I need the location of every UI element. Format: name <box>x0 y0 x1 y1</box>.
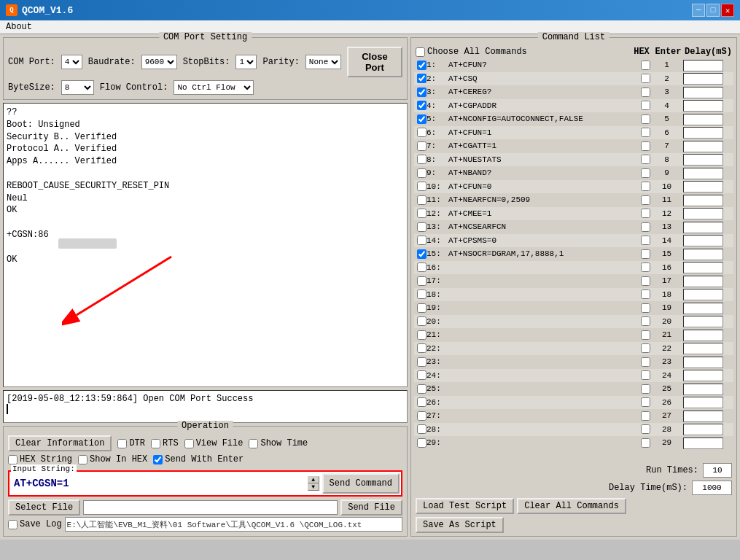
cmd-checkbox-13[interactable] <box>417 222 427 232</box>
clear-all-commands-button[interactable]: Clear All Commands <box>517 498 626 514</box>
cmd-checkbox-7[interactable] <box>417 141 427 151</box>
cmd-checkbox-14[interactable] <box>417 236 427 245</box>
run-times-input[interactable] <box>703 463 732 478</box>
cmd-hex-checkbox-20[interactable] <box>641 316 650 326</box>
cmd-checkbox-18[interactable] <box>417 289 427 299</box>
cmd-checkbox-1[interactable] <box>417 61 427 70</box>
cmd-hex-checkbox-8[interactable] <box>641 155 650 164</box>
cmd-delay-input-1[interactable] <box>683 60 723 71</box>
cmd-delay-input-2[interactable] <box>683 73 723 85</box>
cmd-hex-checkbox-26[interactable] <box>641 397 650 407</box>
cmd-delay-input-3[interactable] <box>683 87 723 98</box>
cmd-delay-input-25[interactable] <box>683 384 723 395</box>
spinner-up[interactable]: ▲ <box>308 476 319 483</box>
cmd-hex-checkbox-9[interactable] <box>641 168 650 178</box>
cmd-hex-checkbox-29[interactable] <box>641 438 650 448</box>
send-with-enter-checkbox[interactable] <box>153 455 163 464</box>
cmd-delay-input-8[interactable] <box>683 154 723 166</box>
cmd-delay-input-24[interactable] <box>683 370 723 381</box>
cmd-checkbox-20[interactable] <box>417 316 427 326</box>
cmd-checkbox-3[interactable] <box>417 88 427 97</box>
cmd-checkbox-26[interactable] <box>417 397 427 407</box>
cmd-hex-checkbox-14[interactable] <box>641 236 650 245</box>
cmd-hex-checkbox-4[interactable] <box>641 101 650 110</box>
dtr-checkbox[interactable] <box>117 439 127 448</box>
cmd-hex-checkbox-24[interactable] <box>641 370 650 380</box>
cmd-checkbox-22[interactable] <box>417 343 427 353</box>
cmd-checkbox-27[interactable] <box>417 411 427 421</box>
cmd-checkbox-4[interactable] <box>417 101 427 110</box>
cmd-hex-checkbox-18[interactable] <box>641 289 650 299</box>
cmd-checkbox-15[interactable] <box>417 249 427 259</box>
cmd-hex-checkbox-27[interactable] <box>641 411 650 421</box>
cmd-delay-input-13[interactable] <box>683 222 723 233</box>
choose-all-checkbox[interactable] <box>416 47 425 57</box>
cmd-checkbox-24[interactable] <box>417 370 427 380</box>
cmd-delay-input-4[interactable] <box>683 100 723 112</box>
cmd-delay-input-7[interactable] <box>683 141 723 152</box>
clear-information-button[interactable]: Clear Information <box>8 435 112 451</box>
send-command-button[interactable]: Send Command <box>322 473 400 494</box>
select-file-button[interactable]: Select File <box>8 499 80 516</box>
cmd-hex-checkbox-13[interactable] <box>641 222 650 232</box>
cmd-hex-checkbox-23[interactable] <box>641 357 650 367</box>
cmd-hex-checkbox-12[interactable] <box>641 209 650 218</box>
cmd-checkbox-5[interactable] <box>417 114 427 124</box>
show-time-checkbox[interactable] <box>249 439 258 448</box>
cmd-hex-checkbox-1[interactable] <box>641 61 650 70</box>
cmd-checkbox-19[interactable] <box>417 303 427 313</box>
hex-string-checkbox[interactable] <box>8 455 17 464</box>
show-in-hex-checkbox[interactable] <box>78 455 87 464</box>
maximize-button[interactable]: □ <box>706 4 720 17</box>
cmd-hex-checkbox-25[interactable] <box>641 384 650 394</box>
cmd-hex-checkbox-11[interactable] <box>641 195 650 205</box>
cmd-checkbox-12[interactable] <box>417 209 427 218</box>
cmd-delay-input-10[interactable] <box>683 181 723 192</box>
bytesize-select[interactable]: 8 <box>61 80 94 95</box>
save-as-script-button[interactable]: Save As Script <box>416 517 504 533</box>
send-file-button[interactable]: Send File <box>340 499 402 516</box>
cmd-checkbox-16[interactable] <box>417 262 427 272</box>
cmd-checkbox-11[interactable] <box>417 195 427 205</box>
cmd-delay-input-6[interactable] <box>683 127 723 139</box>
cmd-checkbox-8[interactable] <box>417 155 427 164</box>
cmd-hex-checkbox-15[interactable] <box>641 249 650 259</box>
load-test-script-button[interactable]: Load Test Script <box>416 498 514 514</box>
cmd-checkbox-9[interactable] <box>417 168 427 178</box>
cmd-hex-checkbox-21[interactable] <box>641 330 650 340</box>
cmd-delay-input-17[interactable] <box>683 276 723 287</box>
cmd-hex-checkbox-5[interactable] <box>641 114 650 124</box>
cmd-checkbox-29[interactable] <box>417 438 427 448</box>
close-port-button[interactable]: Close Port <box>347 47 402 77</box>
cmd-checkbox-23[interactable] <box>417 357 427 367</box>
delay-time-input[interactable] <box>692 481 732 495</box>
rts-checkbox[interactable] <box>151 439 160 448</box>
close-button[interactable]: ✕ <box>721 4 734 17</box>
cmd-delay-input-14[interactable] <box>683 235 723 246</box>
cmd-delay-input-15[interactable] <box>683 249 723 260</box>
cmd-checkbox-6[interactable] <box>417 128 427 137</box>
cmd-delay-input-27[interactable] <box>683 411 723 422</box>
cmd-checkbox-17[interactable] <box>417 276 427 286</box>
cmd-checkbox-21[interactable] <box>417 330 427 340</box>
cmd-delay-input-11[interactable] <box>683 195 723 206</box>
cmd-hex-checkbox-17[interactable] <box>641 276 650 286</box>
cmd-delay-input-28[interactable] <box>683 424 723 435</box>
view-file-checkbox[interactable] <box>184 439 194 448</box>
cmd-hex-checkbox-3[interactable] <box>641 88 650 97</box>
parity-select[interactable]: None <box>305 55 341 69</box>
cmd-checkbox-10[interactable] <box>417 182 427 191</box>
cmd-delay-input-18[interactable] <box>683 289 723 300</box>
cmd-hex-checkbox-22[interactable] <box>641 343 650 353</box>
minimize-button[interactable]: ─ <box>692 4 705 17</box>
input-string-field[interactable] <box>11 473 308 494</box>
file-path-input[interactable] <box>83 500 338 515</box>
cmd-delay-input-19[interactable] <box>683 303 723 314</box>
cmd-hex-checkbox-19[interactable] <box>641 303 650 313</box>
cmd-delay-input-12[interactable] <box>683 208 723 219</box>
cmd-hex-checkbox-7[interactable] <box>641 141 650 151</box>
spinner-down[interactable]: ▼ <box>308 483 319 491</box>
baudrate-select[interactable]: 9600 <box>141 55 177 69</box>
cmd-hex-checkbox-6[interactable] <box>641 128 650 137</box>
cmd-delay-input-20[interactable] <box>683 316 723 327</box>
